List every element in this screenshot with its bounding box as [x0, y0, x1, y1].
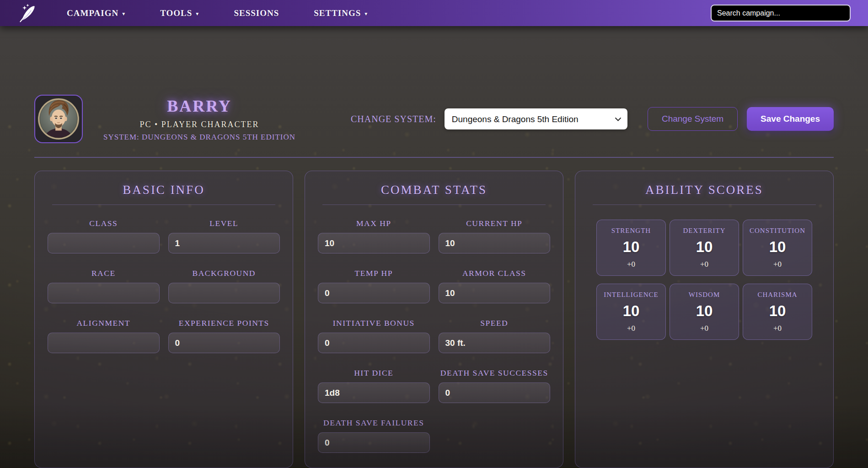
- current-hp-input[interactable]: [439, 233, 551, 253]
- sheet-panels: BASIC INFO CLASS LEVEL RACE BACKGROUND: [34, 171, 834, 468]
- field-label: EXPERIENCE POINTS: [168, 318, 280, 328]
- ability-score: 10: [696, 238, 713, 256]
- field-label: BACKGROUND: [168, 269, 280, 278]
- field-label: RACE: [48, 269, 160, 278]
- nav-menu: CAMPAIGN ▾ TOOLS ▾ SESSIONS SETTINGS ▾: [67, 8, 368, 18]
- hit-dice-input[interactable]: [318, 382, 430, 403]
- field-death-save-failures: DEATH SAVE FAILURES: [318, 418, 430, 453]
- character-header: BARRY PC • PLAYER CHARACTER SYSTEM: DUNG…: [34, 95, 834, 143]
- nav-item-label: SETTINGS: [314, 8, 361, 18]
- field-hit-dice: HIT DICE: [318, 368, 430, 403]
- ability-scores-panel: ABILITY SCORES STRENGTH 10 +0 DEXTERITY …: [575, 171, 834, 468]
- death-save-successes-input[interactable]: [439, 382, 551, 403]
- field-label: ARMOR CLASS: [439, 269, 551, 278]
- character-identity: BARRY PC • PLAYER CHARACTER SYSTEM: DUNG…: [92, 97, 307, 142]
- basic-info-title: BASIC INFO: [48, 183, 280, 197]
- character-sheet-page: BARRY PC • PLAYER CHARACTER SYSTEM: DUNG…: [0, 95, 868, 468]
- ability-name: INTELLIGENCE: [604, 291, 658, 299]
- field-label: INITIATIVE BONUS: [318, 318, 430, 328]
- race-input[interactable]: [48, 283, 160, 303]
- field-alignment: ALIGNMENT: [48, 318, 160, 353]
- experience-points-input[interactable]: [168, 333, 280, 353]
- ability-modifier: +0: [700, 324, 708, 333]
- death-save-failures-input[interactable]: [318, 432, 430, 453]
- field-label: ALIGNMENT: [48, 318, 160, 328]
- ability-card-charisma: CHARISMA 10 +0: [743, 284, 812, 340]
- combat-stats-title: COMBAT STATS: [318, 183, 550, 197]
- panel-divider: [322, 204, 546, 205]
- ability-card-wisdom: WISDOM 10 +0: [670, 284, 739, 340]
- ability-modifier: +0: [773, 260, 782, 269]
- temp-hp-input[interactable]: [318, 283, 430, 303]
- change-system-button[interactable]: Change System: [648, 107, 738, 131]
- alignment-input[interactable]: [48, 333, 160, 353]
- ability-name: CHARISMA: [757, 291, 797, 299]
- change-system-group: CHANGE SYSTEM: Dungeons & Dragons 5th Ed…: [351, 108, 627, 129]
- field-label: MAX HP: [318, 219, 430, 228]
- header-divider: [34, 157, 834, 158]
- field-temp-hp: TEMP HP: [318, 269, 430, 303]
- field-initiative-bonus: INITIATIVE BONUS: [318, 318, 430, 353]
- character-name: BARRY: [92, 97, 307, 116]
- avatar-portrait: [36, 97, 81, 141]
- ability-score: 10: [769, 302, 786, 320]
- ability-grid: STRENGTH 10 +0 DEXTERITY 10 +0 CONSTITUT…: [588, 220, 820, 340]
- character-avatar: [34, 95, 83, 143]
- field-armor-class: ARMOR CLASS: [439, 269, 551, 303]
- chevron-down-icon: ▾: [364, 11, 368, 16]
- save-changes-button[interactable]: Save Changes: [747, 107, 834, 131]
- field-race: RACE: [48, 269, 160, 303]
- nav-item-label: SESSIONS: [234, 8, 279, 18]
- chevron-down-icon: ▾: [122, 11, 125, 16]
- field-label: SPEED: [439, 318, 551, 328]
- nav-item-label: CAMPAIGN: [67, 8, 118, 18]
- max-hp-input[interactable]: [318, 233, 430, 253]
- armor-class-input[interactable]: [439, 283, 551, 303]
- ability-score: 10: [769, 238, 786, 256]
- nav-item-settings[interactable]: SETTINGS ▾: [314, 8, 368, 18]
- basic-info-fields: CLASS LEVEL RACE BACKGROUND ALIGNMENT: [48, 219, 280, 353]
- field-class: CLASS: [48, 219, 160, 253]
- field-label: DEATH SAVE SUCCESSES: [439, 368, 551, 378]
- ability-modifier: +0: [700, 260, 708, 269]
- campaign-search-input[interactable]: [711, 5, 851, 22]
- panel-divider: [593, 204, 816, 205]
- class-input[interactable]: [48, 233, 160, 253]
- initiative-bonus-input[interactable]: [318, 333, 430, 353]
- ability-modifier: +0: [627, 324, 635, 333]
- nav-item-sessions[interactable]: SESSIONS: [234, 8, 279, 18]
- combat-stats-fields: MAX HP CURRENT HP TEMP HP ARMOR CLASS IN…: [318, 219, 550, 453]
- field-label: TEMP HP: [318, 269, 430, 278]
- ability-modifier: +0: [627, 260, 635, 269]
- field-current-hp: CURRENT HP: [439, 219, 551, 253]
- top-navbar: CAMPAIGN ▾ TOOLS ▾ SESSIONS SETTINGS ▾: [0, 0, 868, 26]
- field-label: DEATH SAVE FAILURES: [318, 418, 430, 428]
- character-type: PC • PLAYER CHARACTER: [92, 120, 307, 129]
- nav-item-campaign[interactable]: CAMPAIGN ▾: [67, 8, 125, 18]
- nav-item-tools[interactable]: TOOLS ▾: [160, 8, 199, 18]
- speed-input[interactable]: [439, 333, 551, 353]
- quill-logo-icon[interactable]: [16, 2, 39, 24]
- field-death-save-successes: DEATH SAVE SUCCESSES: [439, 368, 551, 403]
- change-system-label: CHANGE SYSTEM:: [351, 114, 436, 124]
- ability-score: 10: [623, 238, 640, 256]
- level-input[interactable]: [168, 233, 280, 253]
- ability-score: 10: [696, 302, 713, 320]
- panel-divider: [52, 204, 275, 205]
- system-select[interactable]: Dungeons & Dragons 5th Edition: [445, 108, 627, 129]
- chevron-down-icon: ▾: [196, 11, 199, 16]
- system-select-wrap: Dungeons & Dragons 5th Edition: [445, 108, 627, 129]
- combat-stats-panel: COMBAT STATS MAX HP CURRENT HP TEMP HP A…: [305, 171, 563, 468]
- ability-score: 10: [623, 302, 640, 320]
- field-label: CLASS: [48, 219, 160, 228]
- ability-name: CONSTITUTION: [750, 227, 805, 235]
- background-input[interactable]: [168, 283, 280, 303]
- basic-info-panel: BASIC INFO CLASS LEVEL RACE BACKGROUND: [34, 171, 293, 468]
- field-max-hp: MAX HP: [318, 219, 430, 253]
- ability-scores-title: ABILITY SCORES: [588, 183, 820, 197]
- ability-card-intelligence: INTELLIGENCE 10 +0: [596, 284, 666, 340]
- ability-card-constitution: CONSTITUTION 10 +0: [743, 220, 812, 276]
- field-label: CURRENT HP: [439, 219, 551, 228]
- field-level: LEVEL: [168, 219, 280, 253]
- field-experience-points: EXPERIENCE POINTS: [168, 318, 280, 353]
